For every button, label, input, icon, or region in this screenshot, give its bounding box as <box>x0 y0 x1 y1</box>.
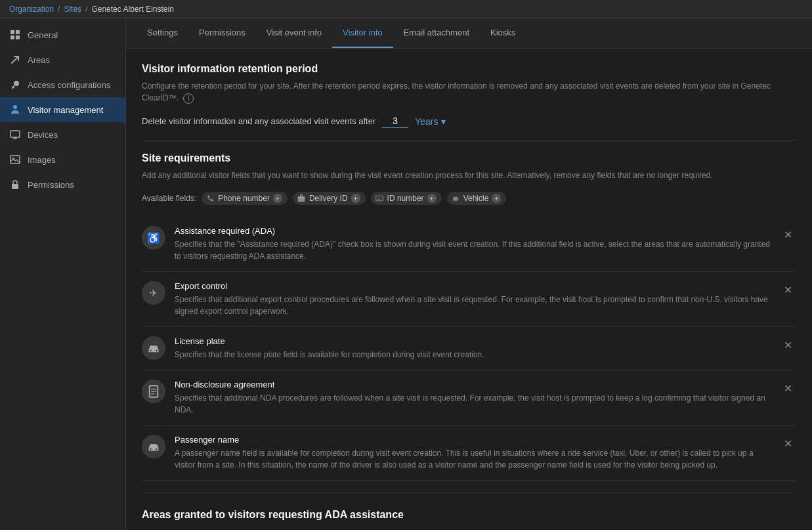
retention-unit-select[interactable]: Years ▾ <box>415 116 445 127</box>
req-nda-body: Non-disclosure agreement Specifies that … <box>175 380 771 416</box>
req-item-nda: Non-disclosure agreement Specifies that … <box>142 370 796 426</box>
svg-rect-8 <box>12 184 18 189</box>
chip-id-add[interactable]: + <box>427 194 437 203</box>
breadcrumb-sep2: / <box>85 5 87 14</box>
chip-vehicle-label: Vehicle <box>463 194 489 203</box>
box-chip-icon <box>297 194 306 203</box>
divider-1 <box>142 140 796 141</box>
tab-permissions[interactable]: Permissions <box>188 18 256 48</box>
req-passenger-close[interactable]: ✕ <box>780 436 796 451</box>
divider-2 <box>142 493 796 493</box>
license-icon <box>142 336 165 360</box>
req-license-close[interactable]: ✕ <box>780 338 796 353</box>
retention-desc: Configure the retention period for your … <box>142 80 796 104</box>
available-label: Available fields: <box>142 194 196 203</box>
retention-value-input[interactable] <box>382 114 408 128</box>
req-item-export: ✈ Export control Specifies that addition… <box>142 272 796 327</box>
grid-icon <box>9 29 21 41</box>
page-content: Visitor information retention period Con… <box>126 49 812 530</box>
breadcrumb-sites[interactable]: Sites <box>64 5 81 14</box>
info-icon[interactable]: i <box>183 93 194 104</box>
chip-vehicle-add[interactable]: + <box>492 194 501 203</box>
breadcrumb-org[interactable]: Organization <box>9 5 54 14</box>
tab-visitor-info[interactable]: Visitor info <box>332 18 393 48</box>
svg-rect-5 <box>11 131 20 137</box>
phone-chip-icon <box>205 194 215 203</box>
chip-phone-label: Phone number <box>218 194 270 203</box>
req-license-title: License plate <box>175 336 771 346</box>
svg-point-4 <box>13 105 17 109</box>
chip-phone-add[interactable]: + <box>273 194 282 203</box>
export-icon: ✈ <box>142 281 165 305</box>
chip-vehicle[interactable]: Vehicle + <box>447 192 507 205</box>
req-nda-desc: Specifies that additional NDA procedures… <box>175 392 771 416</box>
svg-rect-1 <box>16 30 20 34</box>
req-license-body: License plate Specifies that the license… <box>175 336 771 361</box>
req-nda-title: Non-disclosure agreement <box>175 380 771 389</box>
id-chip-icon <box>375 194 384 203</box>
breadcrumb-sep1: / <box>58 5 60 14</box>
sidebar-item-label: Visitor management <box>28 105 103 115</box>
sidebar: General Areas Access configurations <box>0 18 126 530</box>
svg-rect-2 <box>11 35 14 39</box>
sidebar-item-access-configurations[interactable]: Access configurations <box>0 72 125 97</box>
sidebar-item-label: General <box>28 30 58 40</box>
req-ada-body: Assistance required (ADA) Specifies that… <box>175 226 771 262</box>
sidebar-item-label: Areas <box>28 55 50 65</box>
tab-email-attachment[interactable]: Email attachment <box>393 18 480 48</box>
sidebar-item-areas[interactable]: Areas <box>0 47 125 72</box>
req-ada-desc: Specifies that the "Assistance required … <box>175 238 771 262</box>
areas-title: Areas granted to visitors requesting ADA… <box>142 509 796 521</box>
req-export-body: Export control Specifies that additional… <box>175 281 771 317</box>
req-item-ada: ♿ Assistance required (ADA) Specifies th… <box>142 217 796 272</box>
chip-id[interactable]: ID number + <box>371 192 442 205</box>
svg-rect-6 <box>11 156 20 164</box>
req-export-close[interactable]: ✕ <box>780 282 796 298</box>
areas-section: Areas granted to visitors requesting ADA… <box>142 509 796 530</box>
ada-icon: ♿ <box>142 226 165 250</box>
chip-phone[interactable]: Phone number + <box>202 192 288 205</box>
req-item-passenger: Passenger name A passenger name field is… <box>142 426 796 481</box>
sidebar-item-general[interactable]: General <box>0 22 125 47</box>
chip-delivery-add[interactable]: + <box>351 194 360 203</box>
car-chip-icon <box>451 194 460 203</box>
retention-row: Delete visitor information and any assoc… <box>142 114 796 128</box>
breadcrumb-current: Genetec Albert Einstein <box>91 5 173 14</box>
tabs-bar: Settings Permissions Visit event info Vi… <box>126 18 812 49</box>
req-ada-title: Assistance required (ADA) <box>175 226 771 236</box>
sidebar-item-label: Images <box>28 155 56 165</box>
req-export-desc: Specifies that additional export control… <box>175 294 771 317</box>
retention-unit-label: Years <box>415 116 438 127</box>
lock-icon <box>9 179 21 190</box>
svg-rect-9 <box>298 196 305 202</box>
sidebar-item-images[interactable]: Images <box>0 147 125 172</box>
passenger-icon <box>142 435 165 458</box>
req-ada-close[interactable]: ✕ <box>780 227 796 242</box>
svg-rect-3 <box>16 35 20 39</box>
sidebar-item-label: Permissions <box>28 180 74 190</box>
arrow-icon <box>9 54 21 66</box>
breadcrumb: Organization / Sites / Genetec Albert Ei… <box>0 0 812 18</box>
sidebar-item-visitor-management[interactable]: Visitor management <box>0 97 125 122</box>
site-req-title: Site requirements <box>142 152 796 164</box>
svg-rect-10 <box>375 196 383 201</box>
sidebar-item-permissions[interactable]: Permissions <box>0 172 125 197</box>
retention-label: Delete visitor information and any assoc… <box>142 116 375 126</box>
sidebar-item-label: Devices <box>28 130 58 140</box>
tab-settings[interactable]: Settings <box>137 18 188 48</box>
req-item-license: License plate Specifies that the license… <box>142 327 796 370</box>
nda-icon <box>142 380 165 403</box>
monitor-icon <box>9 129 21 141</box>
req-nda-close[interactable]: ✕ <box>780 381 796 396</box>
retention-title: Visitor information retention period <box>142 63 796 75</box>
tab-visit-event-info[interactable]: Visit event info <box>256 18 332 48</box>
chip-delivery[interactable]: Delivery ID + <box>293 192 366 205</box>
req-export-title: Export control <box>175 281 771 291</box>
chip-delivery-label: Delivery ID <box>309 194 348 203</box>
chevron-down-icon: ▾ <box>441 116 446 127</box>
tab-kiosks[interactable]: Kiosks <box>480 18 526 48</box>
svg-rect-0 <box>11 30 14 34</box>
sidebar-item-devices[interactable]: Devices <box>0 122 125 147</box>
req-passenger-desc: A passenger name field is available for … <box>175 447 771 471</box>
content-area: Settings Permissions Visit event info Vi… <box>126 18 812 530</box>
